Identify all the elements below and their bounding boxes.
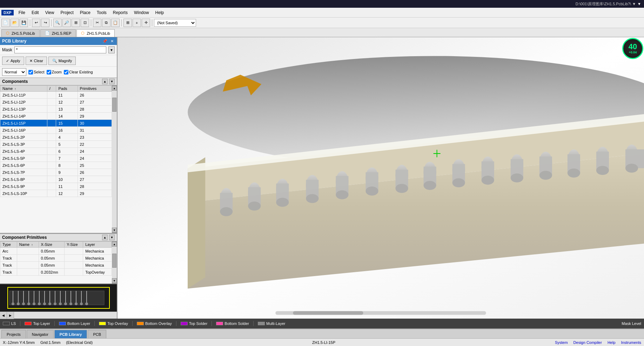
components-scroll-up[interactable]: ▲ [102, 79, 108, 84]
toolbar-zoom-out[interactable]: 🔎 [62, 19, 71, 27]
primitives-scroll-up[interactable]: ▲ [102, 235, 108, 240]
mask-dropdown-btn[interactable]: ▼ [108, 46, 115, 53]
table-row[interactable]: ZH1.5-LI-15P 15 30 [0, 120, 112, 127]
tab-pcblib-1[interactable]: ⬡ ZH1.5.PcbLib [1, 29, 40, 37]
components-table-container[interactable]: Name ↑ / Pads Primitives ZH1.5-LI-11P 11… [0, 85, 112, 233]
pcb-3d-view[interactable] [118, 37, 644, 319]
bottom-tab-projects[interactable]: Projects [1, 330, 26, 338]
magnify-button[interactable]: 🔍 Magnify [48, 57, 76, 65]
prim-scroll-up-btn[interactable]: ▲ [112, 242, 117, 247]
menu-window[interactable]: Window [131, 9, 152, 16]
table-row[interactable]: ZH1.5-LI-11P 11 26 [0, 92, 112, 99]
table-row[interactable]: ZH1.5-LS-3P 5 22 [0, 141, 112, 148]
menu-reports[interactable]: Reports [110, 9, 130, 16]
zoom-checkbox-label[interactable]: Zoom [47, 70, 62, 74]
menu-project[interactable]: Project [58, 9, 76, 16]
toolbar-copy[interactable]: ⧉ [102, 19, 110, 27]
layer-top-solder[interactable]: Top Solder [181, 321, 208, 326]
toolbar-paste[interactable]: 📋 [111, 19, 120, 27]
toolbar-cut[interactable]: ✂ [93, 19, 101, 27]
col-sort[interactable]: / [47, 86, 56, 92]
toolbar-plus[interactable]: + [133, 19, 141, 27]
menu-place[interactable]: Place [77, 9, 93, 16]
bottom-tab-navigator[interactable]: Navigator [27, 330, 54, 338]
scroll-down-btn[interactable]: ▼ [112, 228, 117, 233]
layer-bottom-solder[interactable]: Bottom Solder [216, 321, 249, 326]
bottom-tab-pcb[interactable]: PCB [88, 330, 106, 338]
saved-status-select[interactable]: (Not Saved) [154, 19, 196, 27]
menu-file[interactable]: File [16, 9, 28, 16]
status-system[interactable]: System [555, 340, 568, 345]
select-checkbox[interactable] [28, 70, 33, 74]
table-row[interactable]: ZH1.5-LS-5P 7 24 [0, 155, 112, 162]
prim-scroll-down-btn[interactable]: ▼ [112, 278, 117, 283]
zoom-checkbox[interactable] [47, 70, 51, 74]
table-row[interactable]: ZH1.5-LS-4P 6 24 [0, 148, 112, 155]
prim-col-name[interactable]: Name ↑ [17, 242, 39, 248]
table-row[interactable]: Track 0.05mm Mechanica [0, 255, 112, 262]
nav-right-btn[interactable]: ▶ [7, 312, 14, 319]
toolbar-redo[interactable]: ↪ [41, 19, 49, 27]
col-primitives[interactable]: Primitives [78, 86, 112, 92]
scroll-thumb[interactable] [112, 98, 116, 112]
primitives-table-container[interactable]: Type Name ↑ X-Size Y-Size Layer Arc 0.05… [0, 241, 112, 283]
select-checkbox-label[interactable]: Select [28, 70, 45, 74]
layer-bottom-overlay[interactable]: Bottom Overlay [137, 321, 172, 326]
nav-left-btn[interactable]: ◀ [0, 312, 7, 319]
prim-col-type[interactable]: Type [0, 242, 17, 248]
dropdown-icon[interactable]: ▼ [637, 2, 641, 6]
col-name[interactable]: Name ↑ [0, 86, 47, 92]
menu-help[interactable]: Help [153, 9, 167, 16]
menu-edit[interactable]: Edit [29, 9, 42, 16]
mask-input[interactable] [14, 46, 106, 53]
layer-bottom[interactable]: Bottom Layer [59, 321, 90, 326]
table-row[interactable]: Track 0.05mm Mechanica [0, 262, 112, 269]
status-instruments[interactable]: Instruments [621, 340, 641, 345]
table-row[interactable]: Track 0.2032mn TopOverlay [0, 269, 112, 276]
components-scrollbar[interactable]: ▲ ▼ [112, 85, 117, 233]
table-row[interactable]: Arc 0.05mm Mechanica [0, 248, 112, 255]
col-pads[interactable]: Pads [56, 86, 78, 92]
table-row[interactable]: ZH1.5-LS-6P 8 25 [0, 162, 112, 169]
prim-col-xsize[interactable]: X-Size [39, 242, 65, 248]
toolbar-open[interactable]: 📂 [11, 19, 19, 27]
layer-top[interactable]: Top Layer [25, 321, 50, 326]
prim-col-layer[interactable]: Layer [83, 242, 112, 248]
toolbar-zoom-in[interactable]: 🔍 [53, 19, 62, 27]
table-row[interactable]: ZH1.5-LI-13P 13 28 [0, 106, 112, 113]
toolbar-zoom-fit[interactable]: ⊞ [72, 19, 80, 27]
table-row[interactable]: ZH1.5-LI-14P 14 29 [0, 113, 112, 120]
primitives-scroll-down[interactable]: ▼ [109, 235, 115, 240]
prim-scroll-thumb[interactable] [112, 254, 116, 268]
table-row[interactable]: ZH1.5-LS-10P 12 29 [0, 190, 112, 197]
table-row[interactable]: ZH1.5-LS-7P 9 26 [0, 169, 112, 176]
toolbar-new[interactable]: 📄 [1, 19, 10, 27]
table-row[interactable]: ZH1.5-LS-2P 4 23 [0, 134, 112, 141]
tab-rep[interactable]: 📄 ZH1.5.REP [40, 29, 76, 37]
tab-pcblib-2[interactable]: ⬡ ZH1.5.PcbLib [76, 29, 115, 37]
table-row[interactable]: ZH1.5-LS-9P 11 28 [0, 183, 112, 190]
dxp-logo[interactable]: DXP [1, 10, 14, 15]
table-row[interactable]: ZH1.5-LS-8P 10 27 [0, 176, 112, 183]
layer-multi[interactable]: Multi-Layer [258, 321, 285, 326]
menu-view[interactable]: View [42, 9, 57, 16]
clear-existing-checkbox[interactable] [64, 70, 68, 74]
clear-button[interactable]: ✕ Clear [26, 57, 47, 65]
components-scroll-down[interactable]: ▼ [109, 79, 115, 84]
toolbar-save[interactable]: 💾 [20, 19, 28, 27]
scroll-track[interactable] [112, 91, 117, 228]
layer-top-overlay[interactable]: Top Overlay [99, 321, 128, 326]
menu-tools[interactable]: Tools [94, 9, 109, 16]
scroll-up-btn[interactable]: ▲ [112, 86, 117, 91]
clear-existing-checkbox-label[interactable]: Clear Existing [64, 70, 93, 74]
layer-ls[interactable]: LS [3, 321, 16, 326]
primitives-scrollbar[interactable]: ▲ ▼ [112, 241, 117, 283]
status-help[interactable]: Help [608, 340, 616, 345]
toolbar-zoom-area[interactable]: ⊡ [81, 19, 89, 27]
canvas-area[interactable]: D:\001\原理图库\ZH1.5.PcbLib?\ ▼ ▼ 40 +0.04 [118, 37, 644, 319]
status-design-compiler[interactable]: Design Compiler [573, 340, 602, 345]
panel-close-btn[interactable]: ✕ [109, 38, 115, 44]
prim-scroll-track[interactable] [112, 247, 117, 278]
table-row[interactable]: ZH1.5-LI-16P 16 31 [0, 127, 112, 134]
bottom-tab-pcb-library[interactable]: PCB Library [54, 330, 87, 338]
